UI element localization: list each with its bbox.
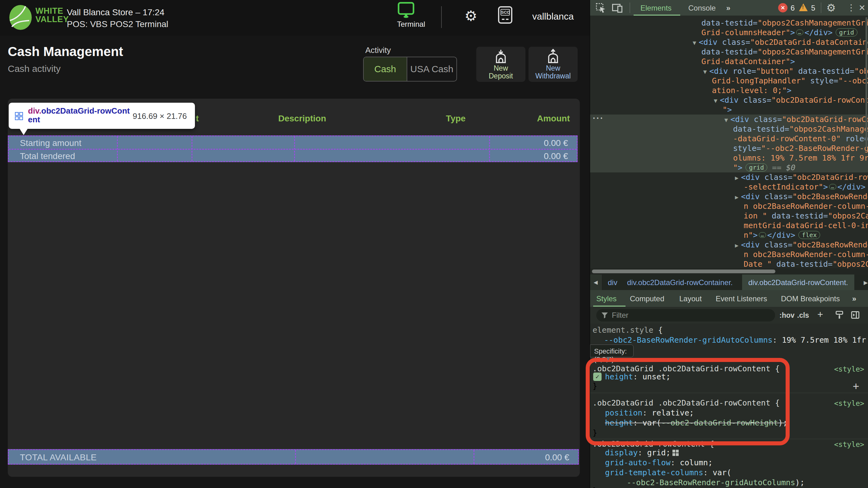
style-source-link[interactable]: <style> <box>834 440 864 449</box>
tree-line[interactable]: olumns: 19% 7.5rem 18% 1fr 9rem <box>590 153 868 163</box>
breadcrumb-item[interactable]: div.obc2DataGrid-rowContainer. <box>627 278 733 287</box>
grid-header-description[interactable]: Description <box>271 114 333 123</box>
tree-line[interactable]: ▶<div class="obc2DataGrid-rowCon <box>590 172 868 182</box>
more-tabs-chevron-icon[interactable]: » <box>726 4 730 12</box>
error-badge-icon[interactable]: ✕ <box>778 3 787 12</box>
more-panel-tabs-icon[interactable]: » <box>852 294 856 303</box>
grid-header-type[interactable]: Type <box>425 114 487 123</box>
css-declaration[interactable]: grid-template-columns: var( <box>605 468 731 478</box>
inspect-element-icon[interactable] <box>596 3 606 13</box>
breadcrumb-item[interactable]: div <box>608 278 617 287</box>
tree-line[interactable]: ▼<div role="button" data-testid="obc2 <box>590 66 868 76</box>
tree-line[interactable]: Grid-columnsHeader">…</div>grid <box>590 28 868 37</box>
css-declaration-continued[interactable]: --obc2-BaseRowRender-gridAutoColumns); <box>627 478 805 487</box>
element-style-declaration[interactable]: --obc2-BaseRowRender-gridAutoColumns: 19… <box>604 336 868 345</box>
toggle-option-cash[interactable]: Cash <box>364 57 407 81</box>
overflow-dots-icon[interactable]: ••• <box>593 116 604 121</box>
expand-ellipsis-icon[interactable]: … <box>759 232 766 238</box>
tab-layout[interactable]: Layout <box>679 294 702 303</box>
grid-header-amount[interactable]: Amount <box>508 114 570 123</box>
tree-line[interactable]: data-testid="obpos2CashManagementGrid- <box>590 18 868 28</box>
breadcrumb-forward-icon[interactable]: ▶ <box>864 280 868 286</box>
tree-line[interactable]: ">grid == $0 <box>590 163 868 172</box>
tree-line[interactable]: data-testid="obpos2CashManagemen <box>590 124 868 134</box>
layout-badge[interactable]: grid <box>836 28 858 36</box>
layout-badge[interactable]: flex <box>798 231 820 239</box>
logged-in-user[interactable]: vallblanca <box>532 11 574 22</box>
new-style-rule-button[interactable]: + <box>817 309 823 320</box>
terminal-button[interactable]: Terminal <box>397 2 416 29</box>
tab-event-listeners[interactable]: Event Listeners <box>716 294 767 303</box>
grid-row-amount[interactable]: 0.00 € <box>544 151 568 161</box>
tab-console[interactable]: Console <box>688 4 716 12</box>
tree-line[interactable]: ion " data-testid="obpos2CashMa <box>590 211 868 221</box>
expand-arrow-icon[interactable]: ▼ <box>703 68 707 75</box>
expand-arrow-icon[interactable]: ▼ <box>724 116 728 123</box>
sidebar-toggle-icon[interactable] <box>851 311 860 319</box>
kebab-menu-icon[interactable]: ⋮ <box>847 2 856 13</box>
tree-line[interactable]: Grid-longTapHandler" style="--obc2-i <box>590 76 868 86</box>
tab-elements[interactable]: Elements <box>641 4 672 12</box>
tree-line[interactable]: "> <box>590 105 868 115</box>
tree-line[interactable]: style="--obc2-BaseRowRender-gridA <box>590 143 868 153</box>
tree-line[interactable]: -dataGrid-rowContent-0" role="row <box>590 134 868 143</box>
tab-dom-breakpoints[interactable]: DOM Breakpoints <box>781 294 840 303</box>
breadcrumb-item-selected[interactable]: div.obc2DataGrid-rowContent. <box>742 275 854 290</box>
expand-ellipsis-icon[interactable]: … <box>829 184 836 190</box>
device-toolbar-icon[interactable] <box>612 3 623 13</box>
css-rule-selector[interactable]: .obc2DataGrid-rowContent { <box>593 439 714 449</box>
new-deposit-button[interactable]: New Deposit <box>476 47 525 82</box>
settings-gear-icon[interactable]: ⚙ <box>464 9 477 23</box>
tree-line[interactable]: ▼<div class="obc2DataGrid-dataContainer <box>590 37 868 47</box>
layout-badge[interactable]: grid <box>745 163 767 171</box>
horizontal-scrollbar-thumb[interactable] <box>592 269 775 273</box>
tab-computed[interactable]: Computed <box>630 294 664 303</box>
expand-arrow-icon[interactable]: ▼ <box>693 39 696 46</box>
devtools-settings-gear-icon[interactable]: ⚙ <box>826 2 836 14</box>
toggle-option-usa-cash[interactable]: USA Cash <box>407 57 456 81</box>
tab-styles[interactable]: Styles <box>596 294 617 303</box>
css-declaration[interactable]: grid-auto-flow: column; <box>605 458 713 467</box>
css-declaration-overridden[interactable]: height: var(--obc2-dataGrid-rowHeight); <box>605 418 787 428</box>
tree-line[interactable]: ▶<div class="obc2BaseRowRender-c <box>590 240 868 250</box>
style-source-link[interactable]: <style> <box>834 399 864 407</box>
expand-arrow-icon[interactable]: ▶ <box>735 174 738 181</box>
close-devtools-icon[interactable]: ✕ <box>859 3 866 13</box>
new-withdrawal-button[interactable]: New Withdrawal <box>528 47 578 82</box>
element-style-selector[interactable]: element.style { <box>593 325 663 335</box>
css-rule-selector[interactable]: .obc2DataGrid .obc2DataGrid-rowContent { <box>593 398 780 408</box>
grid-row-amount[interactable]: 0.00 € <box>544 138 568 148</box>
tree-line[interactable]: Date " data-testid="obpos2CashM <box>590 259 868 268</box>
grid-header-fragment[interactable]: t <box>196 114 199 123</box>
grid-row-label[interactable]: Total tendered <box>20 151 75 161</box>
expand-arrow-icon[interactable]: ▶ <box>735 242 738 249</box>
expand-arrow-icon[interactable]: ▼ <box>714 97 717 104</box>
rendering-brush-icon[interactable] <box>835 311 844 319</box>
tree-line[interactable]: ▶<div class="obc2BaseRowRender-c <box>590 192 868 201</box>
expand-arrow-icon[interactable]: ▶ <box>735 194 738 200</box>
declaration-checkbox[interactable]: ✓ <box>593 373 601 381</box>
breadcrumb-back-icon[interactable]: ◀ <box>590 275 601 290</box>
add-declaration-button[interactable]: + <box>853 380 859 392</box>
tree-line[interactable]: -selectIndicator">…</div> <box>590 182 868 192</box>
warning-badge-icon[interactable] <box>799 3 808 11</box>
tree-line[interactable]: Grid-dataContainer"> <box>590 57 868 66</box>
css-declaration[interactable]: display: grid; <box>605 448 679 458</box>
css-declaration[interactable]: height: unset; <box>605 372 671 381</box>
filter-input[interactable]: Filter <box>596 309 775 321</box>
tree-line[interactable]: ▼<div class="obc2DataGrid-rowContai <box>590 95 868 105</box>
sco-terminal-icon[interactable]: SCO <box>498 6 513 24</box>
expand-ellipsis-icon[interactable]: … <box>796 30 803 35</box>
grid-row-label[interactable]: Starting amount <box>20 138 82 148</box>
hover-state-button[interactable]: :hov <box>779 311 795 320</box>
tree-line[interactable]: ation-level: 0;"> <box>590 86 868 95</box>
tree-line[interactable]: ▼<div class="obc2DataGrid-rowCont <box>590 115 868 124</box>
tree-vertical-scrollbar[interactable] <box>866 17 867 148</box>
css-declaration[interactable]: position: relative; <box>605 408 694 418</box>
tree-line[interactable]: data-testid="obpos2CashManagementGrid- <box>590 47 868 57</box>
tree-line[interactable]: mentGrid-dataGrid-cell-0-inform <box>590 221 868 230</box>
tree-line[interactable]: n">…</div>flex <box>590 230 868 240</box>
tree-line[interactable]: n obc2BaseRowRender-column-info <box>590 201 868 211</box>
classes-button[interactable]: .cls <box>797 311 809 320</box>
style-source-link[interactable]: <style> <box>834 365 864 373</box>
